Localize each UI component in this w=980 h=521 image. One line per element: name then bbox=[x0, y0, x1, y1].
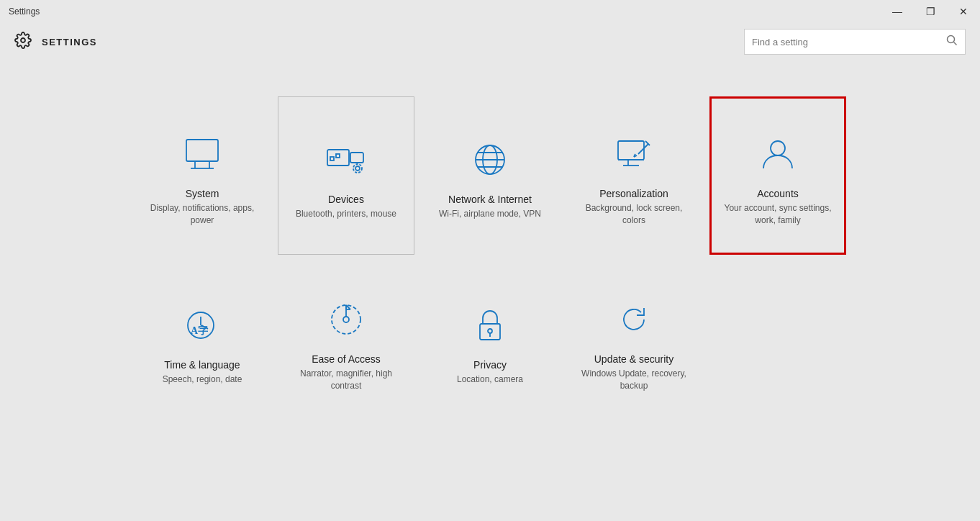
svg-rect-11 bbox=[330, 157, 334, 160]
tile-subtitle-system: Display, notifications, apps, power bbox=[145, 202, 259, 227]
tile-privacy[interactable]: PrivacyLocation, camera bbox=[422, 262, 558, 420]
app-header: SETTINGS bbox=[0, 23, 980, 60]
svg-point-9 bbox=[355, 166, 360, 171]
accounts-icon bbox=[753, 129, 803, 179]
app-title-area: SETTINGS bbox=[14, 32, 97, 52]
search-icon bbox=[946, 35, 958, 49]
svg-text:A字: A字 bbox=[191, 325, 208, 336]
tile-title-devices: Devices bbox=[328, 194, 364, 205]
svg-line-22 bbox=[638, 144, 648, 154]
system-icon bbox=[177, 129, 227, 179]
tile-network[interactable]: Network & InternetWi-Fi, airplane mode, … bbox=[422, 96, 558, 255]
svg-point-35 bbox=[343, 317, 349, 322]
tile-title-time: Time & language bbox=[164, 359, 240, 371]
restore-button[interactable]: ❐ bbox=[914, 0, 947, 23]
title-bar-app-name: Settings bbox=[9, 6, 40, 17]
svg-line-2 bbox=[954, 42, 957, 45]
privacy-icon bbox=[465, 300, 515, 350]
devices-icon bbox=[321, 135, 371, 185]
svg-rect-18 bbox=[618, 141, 644, 160]
tile-subtitle-accounts: Your account, sync settings, work, famil… bbox=[722, 202, 833, 227]
personalization-icon bbox=[609, 129, 659, 179]
tile-title-accounts: Accounts bbox=[757, 188, 799, 199]
tile-subtitle-personalization: Background, lock screen, colors bbox=[577, 202, 691, 227]
tile-subtitle-network: Wi-Fi, airplane mode, VPN bbox=[439, 208, 541, 220]
title-bar-left: Settings bbox=[9, 6, 40, 17]
page-title: SETTINGS bbox=[42, 37, 97, 47]
gear-icon bbox=[14, 32, 32, 52]
svg-rect-12 bbox=[336, 154, 340, 158]
tile-ease[interactable]: Ease of AccessNarrator, magnifier, high … bbox=[278, 262, 414, 420]
svg-point-26 bbox=[771, 141, 785, 155]
search-box[interactable] bbox=[744, 29, 966, 55]
svg-rect-8 bbox=[350, 153, 363, 163]
tile-subtitle-devices: Bluetooth, printers, mouse bbox=[296, 208, 396, 220]
tile-devices[interactable]: DevicesBluetooth, printers, mouse bbox=[278, 96, 414, 255]
update-icon bbox=[609, 294, 659, 345]
svg-rect-3 bbox=[186, 140, 218, 161]
tile-subtitle-privacy: Location, camera bbox=[457, 373, 523, 386]
network-icon bbox=[465, 135, 515, 185]
tile-title-update: Update & security bbox=[594, 353, 674, 365]
ease-icon bbox=[321, 294, 371, 345]
title-bar: Settings — ❐ ✕ bbox=[0, 0, 980, 23]
tile-title-ease: Ease of Access bbox=[312, 353, 381, 365]
close-button[interactable]: ✕ bbox=[947, 0, 980, 23]
svg-rect-37 bbox=[480, 324, 500, 340]
tile-title-system: System bbox=[186, 188, 219, 199]
tile-accounts[interactable]: AccountsYour account, sync settings, wor… bbox=[709, 96, 846, 255]
tile-title-privacy: Privacy bbox=[473, 359, 507, 371]
tile-subtitle-ease: Narrator, magnifier, high contrast bbox=[289, 368, 403, 392]
settings-grid: SystemDisplay, notifications, apps, powe… bbox=[58, 96, 922, 420]
svg-point-0 bbox=[21, 38, 25, 42]
tile-subtitle-update: Windows Update, recovery, backup bbox=[577, 368, 691, 392]
tile-system[interactable]: SystemDisplay, notifications, apps, powe… bbox=[134, 96, 271, 255]
tile-time[interactable]: A字 Time & languageSpeech, region, date bbox=[134, 262, 271, 420]
tile-subtitle-time: Speech, region, date bbox=[163, 373, 242, 386]
tile-title-network: Network & Internet bbox=[448, 194, 532, 205]
svg-point-10 bbox=[353, 164, 362, 173]
time-icon: A字 bbox=[177, 300, 227, 350]
search-input[interactable] bbox=[752, 37, 946, 47]
tile-personalization[interactable]: PersonalizationBackground, lock screen, … bbox=[566, 96, 702, 255]
minimize-button[interactable]: — bbox=[881, 0, 914, 23]
tile-title-personalization: Personalization bbox=[599, 188, 668, 199]
svg-point-38 bbox=[488, 329, 492, 333]
main-content: SystemDisplay, notifications, apps, powe… bbox=[0, 60, 980, 420]
title-bar-controls: — ❐ ✕ bbox=[881, 0, 980, 23]
tile-update[interactable]: Update & securityWindows Update, recover… bbox=[566, 262, 702, 420]
svg-point-1 bbox=[948, 36, 955, 43]
